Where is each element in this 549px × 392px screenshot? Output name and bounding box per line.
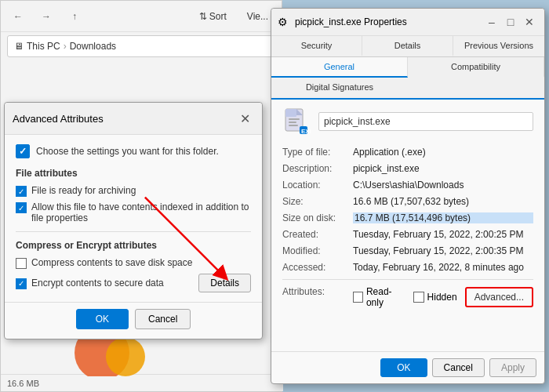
breadcrumb-downloads[interactable]: Downloads: [70, 41, 116, 52]
props-title-icon: ⚙: [278, 16, 290, 28]
props-rows: Type of file:Application (.exe)Descripti…: [282, 147, 533, 273]
props-row: Location:C:\Users\ashia\Downloads: [282, 180, 533, 191]
props-row-label: Created:: [282, 229, 353, 240]
tab-digital-signatures[interactable]: Digital Signatures: [271, 78, 408, 98]
checkbox-compress[interactable]: Compress contents to save disk space: [16, 257, 251, 269]
props-row-label: Location:: [282, 180, 353, 191]
props-row-label: Size on disk:: [282, 212, 353, 223]
props-title-bar: ⚙ picpick_inst.exe Properties – □ ✕: [271, 9, 544, 36]
props-row-label: Accessed:: [282, 262, 353, 273]
props-row-label: Modified:: [282, 245, 353, 256]
tab-security[interactable]: Security: [271, 36, 362, 56]
props-title-left: ⚙ picpick_inst.exe Properties: [278, 16, 407, 28]
props-footer: OK Cancel Apply: [271, 351, 544, 383]
tab-previous-versions[interactable]: Previous Versions: [453, 36, 544, 56]
cb-archiving-box[interactable]: [16, 186, 27, 197]
readonly-group[interactable]: Read-only: [353, 286, 405, 308]
sort-btn[interactable]: ⇅ Sort: [192, 7, 234, 26]
adv-dialog-title-bar: Advanced Attributes ✕: [5, 103, 262, 135]
props-row: Size:16.6 MB (17,507,632 bytes): [282, 196, 533, 207]
svg-rect-8: [289, 125, 298, 126]
props-row: Modified:Tuesday, February 15, 2022, 2:0…: [282, 245, 533, 256]
props-row-value: 16.6 MB (17,507,632 bytes): [353, 196, 533, 207]
adv-cancel-btn[interactable]: Cancel: [135, 309, 191, 329]
adv-close-btn[interactable]: ✕: [235, 109, 254, 128]
breadcrumb[interactable]: 🖥 This PC › Downloads: [7, 35, 275, 57]
hidden-label: Hidden: [427, 292, 457, 303]
hidden-group[interactable]: Hidden: [413, 292, 457, 303]
props-title-text: picpick_inst.exe Properties: [295, 16, 407, 27]
readonly-cb[interactable]: [353, 292, 363, 303]
checkbox-indexing[interactable]: Allow this file to have contents indexed…: [16, 201, 251, 223]
props-row-value: Today, February 16, 2022, 8 minutes ago: [353, 262, 533, 273]
details-btn[interactable]: Details: [198, 274, 251, 292]
section-divider: [16, 231, 251, 232]
props-row-value: Application (.exe): [353, 147, 533, 158]
breadcrumb-sep: ›: [64, 41, 67, 52]
tab-details[interactable]: Details: [362, 36, 453, 56]
advanced-btn[interactable]: Advanced...: [465, 287, 533, 307]
breadcrumb-icon: 🖥: [14, 41, 24, 52]
props-close-btn[interactable]: ✕: [521, 13, 538, 31]
props-row-value: 16.7 MB (17,514,496 bytes): [353, 212, 533, 223]
props-attrs-divider: [282, 279, 533, 280]
checkbox-archiving[interactable]: File is ready for archiving: [16, 185, 251, 197]
props-row-value: picpick_inst.exe: [353, 163, 533, 174]
props-apply-btn[interactable]: Apply: [489, 358, 536, 377]
svg-rect-7: [289, 122, 296, 123]
adv-dialog-body: Choose the settings you want for this fo…: [5, 135, 262, 302]
explorer-toolbar: ← → ↑ ⇅ Sort Vie...: [1, 1, 282, 32]
breadcrumb-pc[interactable]: This PC: [27, 41, 60, 52]
cb-compress-box[interactable]: [16, 258, 27, 269]
cb-encrypt-label: Encrypt contents to secure data: [31, 278, 164, 289]
view-label: Vie...: [247, 11, 268, 22]
adv-ok-btn[interactable]: OK: [76, 309, 129, 329]
props-title-controls: – □ ✕: [483, 13, 538, 31]
status-size: 16.6 MB: [7, 379, 39, 388]
svg-text:EXE: EXE: [301, 128, 311, 135]
props-row: Accessed:Today, February 16, 2022, 8 min…: [282, 262, 533, 273]
checkbox-encrypt[interactable]: Encrypt contents to secure data: [16, 278, 164, 289]
props-maximize-btn[interactable]: □: [502, 13, 519, 31]
props-row: Type of file:Application (.exe): [282, 147, 533, 158]
attrs-label: Attributes:: [282, 286, 353, 297]
sort-icon: ⇅: [199, 11, 207, 22]
adv-desc-text: Choose the settings you want for this fo…: [36, 146, 219, 157]
hidden-cb[interactable]: [413, 292, 424, 303]
props-row-value: Tuesday, February 15, 2022, 2:00:25 PM: [353, 229, 533, 240]
attrs-controls: Read-only Hidden Advanced...: [353, 286, 533, 308]
readonly-label: Read-only: [366, 286, 405, 308]
properties-dialog: ⚙ picpick_inst.exe Properties – □ ✕ Secu…: [271, 8, 545, 384]
nav-up-btn[interactable]: ↑: [64, 5, 85, 27]
sort-label: Sort: [209, 11, 227, 22]
tab-general[interactable]: General: [271, 57, 408, 78]
explorer-status-bar: 16.6 MB: [1, 374, 283, 391]
nav-back-btn[interactable]: ←: [7, 5, 29, 27]
props-row-label: Size:: [282, 196, 353, 207]
adv-description: Choose the settings you want for this fo…: [16, 144, 251, 158]
cb-indexing-label: Allow this file to have contents indexed…: [31, 201, 251, 223]
props-ok-btn[interactable]: OK: [380, 358, 427, 377]
props-attributes-row: Attributes: Read-only Hidden Advanced...: [282, 286, 533, 308]
cb-indexing-box[interactable]: [16, 202, 27, 213]
props-cancel-btn[interactable]: Cancel: [432, 358, 485, 377]
props-row-value: Tuesday, February 15, 2022, 2:00:35 PM: [353, 245, 533, 256]
advanced-attributes-dialog: Advanced Attributes ✕ Choose the setting…: [4, 102, 263, 339]
props-minimize-btn[interactable]: –: [483, 13, 500, 31]
props-tabs-row2: General Compatibility Digital Signatures: [271, 57, 544, 100]
props-row: Description:picpick_inst.exe: [282, 163, 533, 174]
props-tabs-row1: Security Details Previous Versions: [271, 36, 544, 57]
file-attrs-label: File attributes: [16, 168, 251, 179]
compress-label: Compress or Encrypt attributes: [16, 240, 251, 251]
props-row: Created:Tuesday, February 15, 2022, 2:00…: [282, 229, 533, 240]
props-row: Size on disk:16.7 MB (17,514,496 bytes): [282, 212, 533, 223]
nav-forward-btn[interactable]: →: [35, 5, 57, 27]
tab-compatibility[interactable]: Compatibility: [408, 57, 544, 78]
cb-encrypt-box[interactable]: [16, 278, 27, 289]
props-content: EXE Type of file:Application (.exe)Descr…: [271, 100, 544, 351]
file-name-input[interactable]: [318, 112, 533, 131]
props-file-header: EXE: [282, 107, 533, 136]
svg-rect-6: [289, 118, 300, 120]
props-row-value: C:\Users\ashia\Downloads: [353, 180, 533, 191]
cb-archiving-label: File is ready for archiving: [31, 185, 136, 196]
